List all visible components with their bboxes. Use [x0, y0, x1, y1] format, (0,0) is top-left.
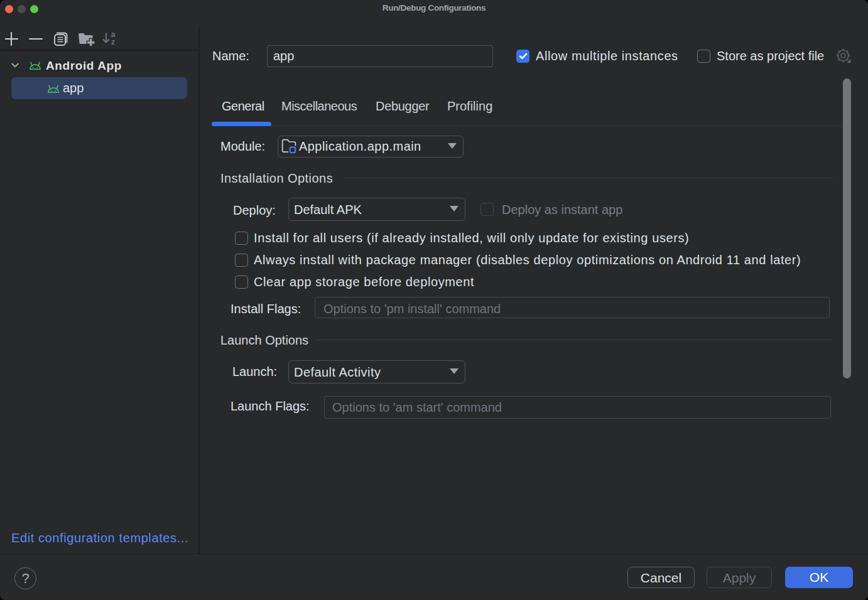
svg-text:z: z	[111, 38, 115, 46]
